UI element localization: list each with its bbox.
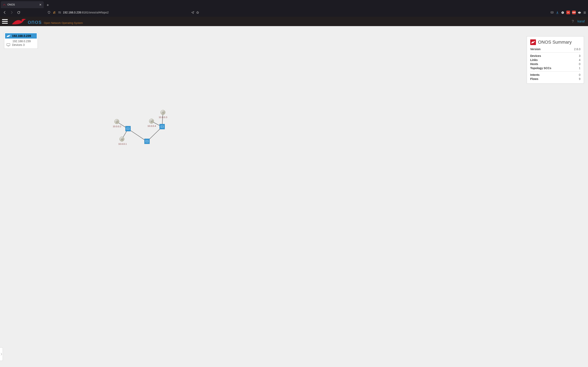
- topo-host[interactable]: [160, 110, 165, 115]
- url-text: 192.168.0.239:8181/onos/ui/#/topo2: [63, 11, 109, 14]
- url-bar-row: 192.168.0.239:8181/onos/ui/#/topo2 A: [0, 8, 588, 17]
- svg-point-12: [567, 12, 568, 13]
- send-icon[interactable]: [191, 11, 194, 14]
- onos-bird-icon: [11, 18, 27, 25]
- tab-favicon: [3, 3, 6, 6]
- topo-host[interactable]: [149, 119, 154, 124]
- tab-title: ONOS: [7, 3, 38, 6]
- menu-icon[interactable]: [583, 11, 586, 14]
- topo-switch[interactable]: [144, 139, 150, 144]
- onos-wordmark: onos: [28, 19, 42, 25]
- new-tab-button[interactable]: ＋: [44, 2, 51, 8]
- svg-rect-23: [116, 121, 118, 122]
- svg-point-13: [568, 12, 569, 13]
- topo-host-label: 10.0.0.3: [159, 116, 167, 118]
- page: 192.168.0.239 192.168.0.239 Devices 3 ON…: [0, 26, 588, 367]
- topo-host-label: 10.0.0.1: [118, 143, 127, 145]
- shield-icon[interactable]: [47, 11, 51, 14]
- svg-point-3: [60, 13, 61, 13]
- reload-button[interactable]: [16, 9, 22, 16]
- forward-button[interactable]: [9, 9, 15, 16]
- pocket-icon[interactable]: [550, 11, 554, 14]
- extension-lastpass-icon[interactable]: [566, 11, 570, 14]
- onos-masthead: onos Open Network Operating System ? kar…: [0, 17, 588, 26]
- lock-insecure-icon[interactable]: [53, 11, 56, 14]
- topo-switch[interactable]: [125, 126, 131, 131]
- downloads-icon[interactable]: [556, 11, 559, 14]
- svg-point-14: [569, 12, 569, 13]
- browser-chrome: ONOS ✕ ＋: [0, 0, 588, 17]
- extensions-icon[interactable]: [578, 11, 581, 14]
- topo-host-label: 10.0.0.4: [147, 125, 156, 127]
- topology-canvas[interactable]: 10.0.0.110.0.0.210.0.0.310.0.0.4: [0, 26, 588, 367]
- extension-abp-icon[interactable]: ABP: [572, 11, 576, 14]
- browser-tab[interactable]: ONOS ✕: [1, 1, 44, 8]
- back-button[interactable]: [2, 9, 8, 16]
- user-label[interactable]: karaf: [577, 20, 585, 23]
- bookmark-star-icon[interactable]: [196, 11, 199, 14]
- drawer-toggle[interactable]: [0, 347, 3, 361]
- svg-rect-20: [121, 138, 123, 140]
- svg-rect-26: [162, 111, 164, 113]
- onos-logo[interactable]: onos Open Network Operating System: [11, 18, 83, 25]
- topo-host[interactable]: [120, 137, 124, 142]
- close-icon[interactable]: ✕: [39, 3, 42, 6]
- topo-host-label: 10.0.0.2: [113, 125, 121, 128]
- svg-rect-29: [151, 120, 153, 122]
- nav-menu-button[interactable]: [2, 19, 8, 24]
- svg-text:A: A: [562, 12, 563, 14]
- tab-strip: ONOS ✕ ＋: [0, 0, 588, 8]
- browser-toolbar-right: A ABP: [550, 11, 586, 14]
- topo-switch[interactable]: [159, 124, 165, 129]
- permissions-icon[interactable]: [58, 11, 61, 14]
- svg-rect-8: [551, 12, 553, 13]
- account-icon[interactable]: A: [561, 11, 564, 14]
- topo-host[interactable]: [114, 119, 119, 124]
- svg-point-2: [59, 12, 60, 12]
- onos-subtitle: Open Network Operating System: [44, 21, 83, 25]
- help-icon[interactable]: ?: [572, 19, 574, 24]
- url-input[interactable]: 192.168.0.239:8181/onos/ui/#/topo2: [46, 9, 201, 16]
